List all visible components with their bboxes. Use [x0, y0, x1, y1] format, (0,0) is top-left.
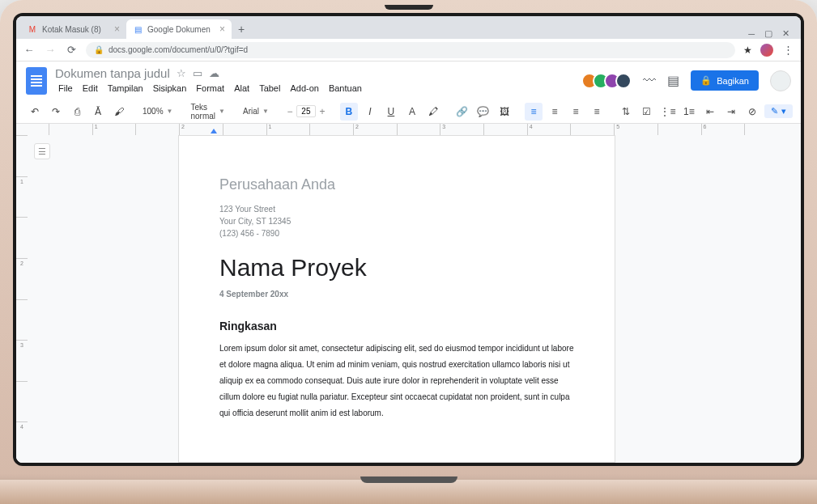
- tab-label: Kotak Masuk (8): [42, 25, 101, 34]
- outdent-button[interactable]: ⇤: [701, 103, 719, 121]
- address-block: 123 Your Street Your City, ST 12345 (123…: [219, 203, 574, 239]
- underline-button[interactable]: U: [382, 103, 400, 121]
- align-left-button[interactable]: ≡: [525, 103, 543, 121]
- menu-tools[interactable]: Alat: [231, 82, 253, 95]
- menu-view[interactable]: Tampilan: [104, 82, 147, 95]
- lock-icon: 🔒: [94, 45, 104, 54]
- docs-header: Dokumen tanpa judul ☆ ▭ ☁ File Edit Tamp…: [16, 61, 801, 100]
- reload-button[interactable]: ⟳: [65, 44, 78, 56]
- indent-button[interactable]: ⇥: [722, 103, 740, 121]
- browser-tab-strip: M Kotak Masuk (8) × ▤ Google Dokumen × +…: [16, 16, 801, 39]
- redo-button[interactable]: ↷: [47, 103, 65, 121]
- vertical-ruler[interactable]: 1234: [16, 135, 28, 463]
- close-icon[interactable]: ×: [114, 23, 120, 35]
- highlight-button[interactable]: 🖍: [424, 103, 442, 121]
- header-right: 〰 ▤ 🔒 Bagikan: [586, 70, 791, 91]
- project-title: Nama Proyek: [219, 254, 574, 282]
- paint-format-button[interactable]: 🖌: [110, 103, 128, 121]
- indent-marker-icon[interactable]: [211, 129, 217, 133]
- screen-bezel: M Kotak Masuk (8) × ▤ Google Dokumen × +…: [13, 13, 804, 466]
- share-button[interactable]: 🔒 Bagikan: [691, 70, 759, 91]
- menu-bar: File Edit Tampilan Sisipkan Format Alat …: [55, 82, 365, 95]
- font-size-input[interactable]: 25: [296, 105, 316, 117]
- address-line: Your City, ST 12345: [219, 215, 574, 227]
- browser-tab-gmail[interactable]: M Kotak Masuk (8) ×: [21, 19, 126, 39]
- align-center-button[interactable]: ≡: [546, 103, 564, 121]
- toolbar: ↶ ↷ ⎙ Ǎ 🖌 100%▼ Teks normal▼ Arial▼: [16, 100, 801, 124]
- menu-edit[interactable]: Edit: [79, 82, 101, 95]
- activity-icon[interactable]: 〰: [643, 74, 656, 88]
- comment-button[interactable]: 💬: [474, 103, 492, 121]
- bullet-list-button[interactable]: ⋮≡: [659, 103, 677, 121]
- gmail-icon: M: [28, 24, 37, 34]
- increase-size-button[interactable]: +: [316, 106, 329, 117]
- menu-addons[interactable]: Add-on: [287, 82, 321, 95]
- url-bar-right: ★ ⋮: [743, 44, 794, 57]
- menu-insert[interactable]: Sisipkan: [150, 82, 190, 95]
- address-line: (123) 456 - 7890: [219, 227, 574, 239]
- bold-button[interactable]: B: [340, 103, 358, 121]
- menu-format[interactable]: Format: [193, 82, 228, 95]
- minimize-icon[interactable]: ─: [748, 29, 755, 39]
- font-select[interactable]: Arial▼: [240, 107, 272, 116]
- collapse-toolbar-button[interactable]: ˆ: [796, 103, 801, 121]
- align-justify-button[interactable]: ≡: [588, 103, 606, 121]
- document-date: 4 September 20xx: [219, 290, 574, 299]
- laptop-base: [0, 480, 817, 504]
- undo-button[interactable]: ↶: [26, 103, 44, 121]
- close-window-icon[interactable]: ✕: [782, 28, 789, 39]
- align-right-button[interactable]: ≡: [567, 103, 585, 121]
- laptop-frame: M Kotak Masuk (8) × ▤ Google Dokumen × +…: [0, 0, 817, 504]
- line-spacing-button[interactable]: ⇅: [617, 103, 635, 121]
- menu-file[interactable]: File: [55, 82, 76, 95]
- address-line: 123 Your Street: [219, 203, 574, 215]
- chrome-menu-icon[interactable]: ⋮: [781, 44, 794, 56]
- image-button[interactable]: 🖼: [496, 103, 513, 121]
- checklist-button[interactable]: ☑: [638, 103, 656, 121]
- url-field[interactable]: 🔒 docs.google.com/document/u/0/?tgif=d: [86, 42, 735, 58]
- share-label: Bagikan: [717, 76, 749, 86]
- forward-button[interactable]: →: [44, 44, 57, 56]
- section-heading: Ringkasan: [219, 320, 574, 332]
- cloud-icon[interactable]: ☁: [209, 67, 219, 79]
- collaborator-avatars[interactable]: [586, 73, 632, 89]
- user-avatar[interactable]: [770, 70, 791, 91]
- document-title[interactable]: Dokumen tanpa judul: [55, 66, 170, 80]
- document-page[interactable]: Perusahaan Anda 123 Your Street Your Cit…: [178, 135, 615, 463]
- canvas-area: 12123456 1234 ☰ Perusahaan Anda 123 Your…: [16, 124, 801, 463]
- docs-icon: ▤: [133, 24, 143, 34]
- zoom-select[interactable]: 100%▼: [139, 107, 177, 116]
- star-icon[interactable]: ☆: [177, 67, 186, 79]
- laptop-notch: [385, 5, 433, 10]
- menu-table[interactable]: Tabel: [256, 82, 283, 95]
- comments-icon[interactable]: ▤: [667, 73, 679, 88]
- horizontal-ruler[interactable]: 12123456: [49, 124, 788, 135]
- menu-help[interactable]: Bantuan: [326, 82, 365, 95]
- extensions-icon[interactable]: ★: [743, 44, 752, 56]
- clear-format-button[interactable]: ⊘: [743, 103, 761, 121]
- url-text: docs.google.com/document/u/0/?tgif=d: [109, 45, 248, 54]
- back-button[interactable]: ←: [23, 44, 36, 56]
- profile-avatar[interactable]: [760, 44, 773, 57]
- editing-mode-button[interactable]: ✎▾: [764, 104, 793, 118]
- decrease-size-button[interactable]: −: [283, 106, 296, 117]
- body-text: Lorem ipsum dolor sit amet, consectetur …: [219, 341, 574, 421]
- close-icon[interactable]: ×: [219, 23, 225, 35]
- new-tab-button[interactable]: +: [232, 19, 251, 39]
- style-select[interactable]: Teks normal▼: [188, 103, 228, 121]
- lock-icon: 🔒: [700, 75, 712, 86]
- italic-button[interactable]: I: [361, 103, 379, 121]
- maximize-icon[interactable]: ▢: [764, 28, 772, 39]
- avatar: [615, 73, 632, 89]
- move-icon[interactable]: ▭: [193, 67, 202, 79]
- text-color-button[interactable]: A: [403, 103, 421, 121]
- spellcheck-button[interactable]: Ǎ: [89, 103, 107, 121]
- pencil-icon: ✎: [771, 106, 778, 116]
- outline-toggle-button[interactable]: ☰: [34, 143, 50, 159]
- numbered-list-button[interactable]: 1≡: [680, 103, 698, 121]
- docs-logo-icon[interactable]: [26, 67, 47, 95]
- link-button[interactable]: 🔗: [453, 103, 471, 121]
- browser-tab-docs[interactable]: ▤ Google Dokumen ×: [126, 19, 232, 39]
- screen: M Kotak Masuk (8) × ▤ Google Dokumen × +…: [16, 16, 801, 463]
- print-button[interactable]: ⎙: [68, 103, 86, 121]
